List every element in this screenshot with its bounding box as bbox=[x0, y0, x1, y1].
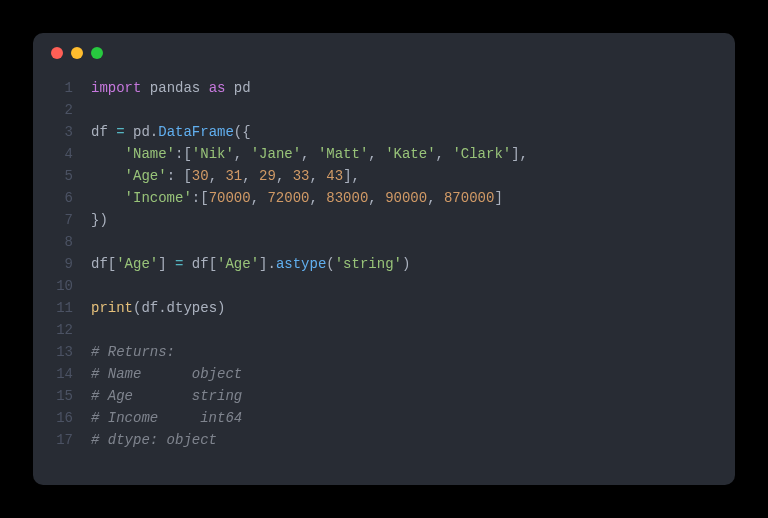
line-number: 8 bbox=[33, 231, 91, 253]
line-number: 13 bbox=[33, 341, 91, 363]
token-number: 90000 bbox=[385, 187, 427, 209]
token-number: 43 bbox=[326, 165, 343, 187]
token-number: 31 bbox=[225, 165, 242, 187]
token-op: = bbox=[116, 121, 124, 143]
token-string: 'Age' bbox=[217, 253, 259, 275]
token-punct: :[ bbox=[175, 143, 192, 165]
token-ident: pandas bbox=[141, 77, 208, 99]
token-punct: , bbox=[368, 187, 385, 209]
code-line: 13 # Returns: bbox=[33, 341, 735, 363]
token-punct: }) bbox=[91, 209, 108, 231]
token-number: 72000 bbox=[267, 187, 309, 209]
token-number: 83000 bbox=[326, 187, 368, 209]
token-number: 870000 bbox=[444, 187, 494, 209]
token-string: 'Nik' bbox=[192, 143, 234, 165]
line-number: 10 bbox=[33, 275, 91, 297]
token-punct: ] bbox=[494, 187, 502, 209]
code-line: 12 bbox=[33, 319, 735, 341]
token-punct: :[ bbox=[192, 187, 209, 209]
code-line: 8 bbox=[33, 231, 735, 253]
token-call: astype bbox=[276, 253, 326, 275]
line-number: 4 bbox=[33, 143, 91, 165]
token-punct: , bbox=[209, 165, 226, 187]
token-ident: pd bbox=[225, 77, 250, 99]
line-number: 7 bbox=[33, 209, 91, 231]
line-number: 9 bbox=[33, 253, 91, 275]
code-line: 1 import pandas as pd bbox=[33, 77, 735, 99]
token-string: 'Clark' bbox=[452, 143, 511, 165]
token-number: 30 bbox=[192, 165, 209, 187]
token-punct: ], bbox=[343, 165, 360, 187]
token-string: 'Age' bbox=[116, 253, 158, 275]
token-ident: (df.dtypes) bbox=[133, 297, 225, 319]
zoom-icon[interactable] bbox=[91, 47, 103, 59]
code-editor: 1 import pandas as pd 2 3 df = pd.DataFr… bbox=[33, 73, 735, 451]
token-ident: ]. bbox=[259, 253, 276, 275]
code-line: 7 }) bbox=[33, 209, 735, 231]
token-punct: , bbox=[251, 187, 268, 209]
code-line: 3 df = pd.DataFrame({ bbox=[33, 121, 735, 143]
token-indent bbox=[91, 165, 125, 187]
token-indent bbox=[91, 143, 125, 165]
line-number: 14 bbox=[33, 363, 91, 385]
token-keyword: as bbox=[209, 77, 226, 99]
token-punct: , bbox=[234, 143, 251, 165]
line-number: 11 bbox=[33, 297, 91, 319]
token-string: 'Income' bbox=[125, 187, 192, 209]
token-comment: # Age string bbox=[91, 385, 242, 407]
token-ident: df[ bbox=[183, 253, 217, 275]
token-string: 'Kate' bbox=[385, 143, 435, 165]
code-line: 16 # Income int64 bbox=[33, 407, 735, 429]
minimize-icon[interactable] bbox=[71, 47, 83, 59]
token-ident: df[ bbox=[91, 253, 116, 275]
close-icon[interactable] bbox=[51, 47, 63, 59]
window-titlebar bbox=[33, 33, 735, 73]
token-keyword: import bbox=[91, 77, 141, 99]
token-comment: # Returns: bbox=[91, 341, 175, 363]
line-number: 12 bbox=[33, 319, 91, 341]
token-string: 'string' bbox=[335, 253, 402, 275]
code-line: 2 bbox=[33, 99, 735, 121]
line-number: 1 bbox=[33, 77, 91, 99]
token-string: 'Jane' bbox=[251, 143, 301, 165]
line-number: 3 bbox=[33, 121, 91, 143]
token-op: = bbox=[175, 253, 183, 275]
token-punct: , bbox=[242, 165, 259, 187]
code-line: 10 bbox=[33, 275, 735, 297]
token-punct: , bbox=[276, 165, 293, 187]
token-punct: ( bbox=[326, 253, 334, 275]
code-line: 5 'Age': [30, 31, 29, 33, 43], bbox=[33, 165, 735, 187]
token-punct: , bbox=[436, 143, 453, 165]
token-comment: # Name object bbox=[91, 363, 242, 385]
token-number: 33 bbox=[293, 165, 310, 187]
code-line: 9 df['Age'] = df['Age'].astype('string') bbox=[33, 253, 735, 275]
code-line: 11 print(df.dtypes) bbox=[33, 297, 735, 319]
code-line: 14 # Name object bbox=[33, 363, 735, 385]
token-punct: ], bbox=[511, 143, 528, 165]
line-number: 15 bbox=[33, 385, 91, 407]
token-ident: df bbox=[91, 121, 116, 143]
token-punct: , bbox=[310, 165, 327, 187]
token-punct: , bbox=[427, 187, 444, 209]
token-builtin: print bbox=[91, 297, 133, 319]
line-number: 6 bbox=[33, 187, 91, 209]
token-punct: , bbox=[309, 187, 326, 209]
line-number: 2 bbox=[33, 99, 91, 121]
code-line: 4 'Name':['Nik', 'Jane', 'Matt', 'Kate',… bbox=[33, 143, 735, 165]
token-indent bbox=[91, 187, 125, 209]
token-string: 'Matt' bbox=[318, 143, 368, 165]
token-comment: # dtype: object bbox=[91, 429, 217, 451]
code-line: 15 # Age string bbox=[33, 385, 735, 407]
token-number: 70000 bbox=[209, 187, 251, 209]
token-ident: ] bbox=[158, 253, 175, 275]
token-ident: pd. bbox=[125, 121, 159, 143]
token-string: 'Age' bbox=[125, 165, 167, 187]
code-window: 1 import pandas as pd 2 3 df = pd.DataFr… bbox=[33, 33, 735, 485]
token-string: 'Name' bbox=[125, 143, 175, 165]
token-number: 29 bbox=[259, 165, 276, 187]
token-punct: ({ bbox=[234, 121, 251, 143]
token-punct: : [ bbox=[167, 165, 192, 187]
line-number: 5 bbox=[33, 165, 91, 187]
token-punct: , bbox=[368, 143, 385, 165]
code-line: 17 # dtype: object bbox=[33, 429, 735, 451]
